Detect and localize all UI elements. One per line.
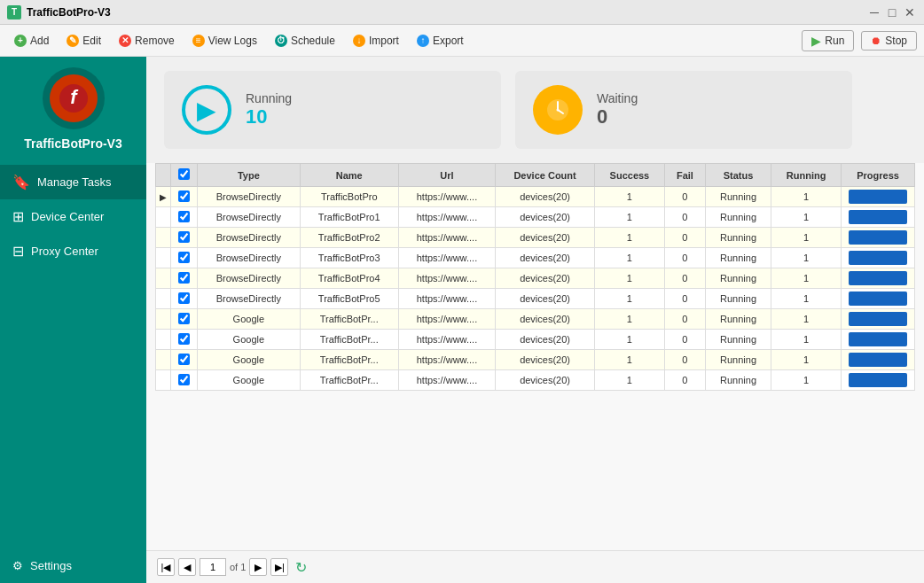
row-checkbox[interactable] xyxy=(178,190,190,202)
schedule-button[interactable]: ⏱ Schedule xyxy=(268,32,342,50)
sidebar-item-proxy-center[interactable]: ⊟ Proxy Center xyxy=(0,234,146,268)
stop-button[interactable]: ⏺ Stop xyxy=(861,31,917,51)
table-row[interactable]: GoogleTrafficBotPr...https://www....devi… xyxy=(156,309,915,330)
schedule-label: Schedule xyxy=(291,35,335,47)
row-arrow xyxy=(156,207,171,228)
run-icon: ▶ xyxy=(811,34,821,48)
minimize-button[interactable]: ─ xyxy=(867,5,881,19)
row-checkbox[interactable] xyxy=(178,354,190,365)
add-label: Add xyxy=(30,35,49,47)
viewlogs-icon: ≡ xyxy=(192,35,205,47)
row-success: 1 xyxy=(594,207,664,228)
waiting-icon xyxy=(533,85,583,135)
row-fail: 0 xyxy=(664,187,705,207)
row-fail: 0 xyxy=(664,370,705,391)
clock-svg xyxy=(544,96,572,124)
row-checkbox-cell xyxy=(171,330,198,350)
remove-icon: ✕ xyxy=(119,35,131,47)
row-name: TrafficBotPro2 xyxy=(300,228,398,248)
logo-svg: f xyxy=(58,82,90,114)
settings-item[interactable]: ⚙ Settings xyxy=(0,548,146,583)
add-button[interactable]: + Add xyxy=(7,32,56,50)
sidebar-item-label-proxy-center: Proxy Center xyxy=(31,245,98,258)
row-progress xyxy=(842,207,915,228)
row-checkbox-cell xyxy=(171,350,198,370)
row-progress xyxy=(842,248,915,268)
row-success: 1 xyxy=(594,309,664,330)
row-success: 1 xyxy=(594,228,664,248)
sidebar-item-device-center[interactable]: ⊞ Device Center xyxy=(0,199,146,234)
row-checkbox[interactable] xyxy=(178,374,190,385)
next-page-button[interactable]: ▶ xyxy=(249,558,267,576)
row-fail: 0 xyxy=(664,207,705,228)
svg-point-6 xyxy=(557,109,560,112)
running-icon: ▶ xyxy=(182,85,231,135)
export-button[interactable]: ↑ Export xyxy=(410,32,471,50)
table-row[interactable]: GoogleTrafficBotPr...https://www....devi… xyxy=(156,350,915,370)
table-row[interactable]: BrowseDirectlyTrafficBotPro1https://www.… xyxy=(156,207,915,228)
row-checkbox[interactable] xyxy=(178,272,190,284)
row-checkbox-cell xyxy=(171,268,198,289)
select-all-checkbox[interactable] xyxy=(178,168,190,180)
row-progress xyxy=(842,370,915,391)
sidebar-item-manage-tasks[interactable]: 🔖 Manage Tasks xyxy=(0,165,146,199)
import-button[interactable]: ↓ Import xyxy=(346,32,406,50)
row-success: 1 xyxy=(594,268,664,289)
row-fail: 0 xyxy=(664,228,705,248)
first-page-button[interactable]: |◀ xyxy=(157,558,175,576)
row-fail: 0 xyxy=(664,289,705,309)
sidebar-item-label-device-center: Device Center xyxy=(31,210,104,223)
row-running: 1 xyxy=(771,370,842,391)
row-status: Running xyxy=(705,248,771,268)
row-running: 1 xyxy=(771,228,842,248)
row-progress xyxy=(842,309,915,330)
prev-page-button[interactable]: ◀ xyxy=(178,558,196,576)
main-layout: f TrafficBotPro-V3 🔖 Manage Tasks ⊞ Devi… xyxy=(0,57,924,583)
row-fail: 0 xyxy=(664,309,705,330)
row-progress xyxy=(842,350,915,370)
row-arrow xyxy=(156,330,171,350)
row-name: TrafficBotPr... xyxy=(300,370,398,391)
table-row[interactable]: BrowseDirectlyTrafficBotPro5https://www.… xyxy=(156,289,915,309)
table-row[interactable]: BrowseDirectlyTrafficBotPro2https://www.… xyxy=(156,228,915,248)
row-checkbox-cell xyxy=(171,228,198,248)
waiting-card: Waiting 0 xyxy=(515,71,852,149)
row-checkbox[interactable] xyxy=(178,231,190,243)
row-checkbox[interactable] xyxy=(178,333,190,345)
page-total: of 1 xyxy=(230,562,246,572)
table-row[interactable]: BrowseDirectlyTrafficBotPro4https://www.… xyxy=(156,268,915,289)
stop-icon: ⏺ xyxy=(871,35,881,47)
page-number-input[interactable] xyxy=(200,558,226,576)
row-status: Running xyxy=(705,330,771,350)
close-button[interactable]: ✕ xyxy=(903,5,917,19)
viewlogs-button[interactable]: ≡ View Logs xyxy=(185,32,264,50)
row-status: Running xyxy=(705,350,771,370)
remove-button[interactable]: ✕ Remove xyxy=(112,32,182,50)
row-checkbox[interactable] xyxy=(178,252,190,263)
import-label: Import xyxy=(369,35,399,47)
row-checkbox-cell xyxy=(171,207,198,228)
row-checkbox[interactable] xyxy=(178,211,190,222)
row-checkbox[interactable] xyxy=(178,313,190,324)
table-row[interactable]: ▶BrowseDirectlyTrafficBotProhttps://www.… xyxy=(156,187,915,207)
row-success: 1 xyxy=(594,248,664,268)
refresh-button[interactable]: ↻ xyxy=(292,558,309,576)
stop-label: Stop xyxy=(885,35,907,47)
row-name: TrafficBotPr... xyxy=(300,350,398,370)
logo-icon: f xyxy=(50,74,98,122)
row-checkbox[interactable] xyxy=(178,292,190,304)
schedule-icon: ⏱ xyxy=(275,35,287,47)
run-button[interactable]: ▶ Run xyxy=(802,30,854,51)
proxy-center-icon: ⊟ xyxy=(12,243,24,260)
last-page-button[interactable]: ▶| xyxy=(270,558,288,576)
maximize-button[interactable]: □ xyxy=(885,5,899,19)
table-row[interactable]: GoogleTrafficBotPr...https://www....devi… xyxy=(156,370,915,391)
table-row[interactable]: BrowseDirectlyTrafficBotPro3https://www.… xyxy=(156,248,915,268)
add-icon: + xyxy=(14,35,27,47)
row-fail: 0 xyxy=(664,330,705,350)
edit-icon: ✎ xyxy=(67,35,79,47)
waiting-label: Waiting xyxy=(597,91,638,105)
edit-button[interactable]: ✎ Edit xyxy=(59,32,108,50)
table-row[interactable]: GoogleTrafficBotPr...https://www....devi… xyxy=(156,330,915,350)
row-success: 1 xyxy=(594,370,664,391)
